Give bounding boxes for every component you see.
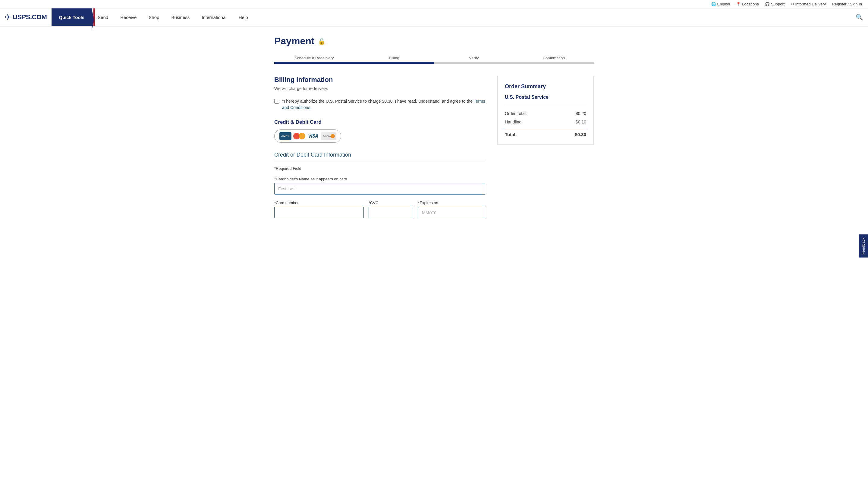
cvc-label: *CVC xyxy=(369,200,413,205)
expires-group: *Expires on xyxy=(418,200,485,218)
utility-bar: 🌐 English 📍 Locations 🎧 Support ✉ Inform… xyxy=(0,0,868,8)
support-link[interactable]: 🎧 Support xyxy=(765,2,785,6)
right-panel: Order Summary U.S. Postal Service Order … xyxy=(497,76,594,145)
total-value: $0.30 xyxy=(575,132,586,137)
informed-delivery-link[interactable]: ✉ Informed Delivery xyxy=(791,2,826,6)
card-number-group: *Card number xyxy=(274,200,364,218)
order-total-label: Order Total: xyxy=(505,111,527,116)
amex-logo: AMEX xyxy=(279,132,291,140)
mastercard-logo xyxy=(293,132,305,140)
discover-dot xyxy=(331,134,335,138)
order-summary-title: Order Summary xyxy=(505,83,586,90)
language-link[interactable]: 🌐 English xyxy=(711,2,730,6)
order-provider: U.S. Postal Service xyxy=(505,95,586,105)
nav-send[interactable]: Send xyxy=(92,8,114,26)
logo-area: ✈ USPS.COM xyxy=(0,8,51,26)
logo-text: USPS.COM xyxy=(13,13,47,21)
step-schedule-redelivery: Schedule a Redelivery xyxy=(274,56,354,64)
nav-international[interactable]: International xyxy=(195,8,233,26)
progress-steps: Schedule a Redelivery Billing Verify Con… xyxy=(274,56,594,64)
main-navigation: ✈ USPS.COM Quick Tools Send Receive Shop… xyxy=(0,8,868,26)
card-number-input[interactable] xyxy=(274,207,364,218)
search-button[interactable]: 🔍 xyxy=(851,8,868,26)
cvc-input[interactable] xyxy=(369,207,413,218)
cardholder-name-group: *Cardholder's Name as it appears on card xyxy=(274,177,485,195)
search-icon: 🔍 xyxy=(855,14,863,21)
red-accent-bar xyxy=(93,8,95,26)
location-icon: 📍 xyxy=(736,2,741,6)
informed-delivery-icon: ✉ xyxy=(791,2,794,6)
globe-icon: 🌐 xyxy=(711,2,716,6)
billing-info-title: Billing Information xyxy=(274,76,485,84)
expires-input[interactable] xyxy=(418,207,485,218)
step-billing: Billing xyxy=(354,56,434,64)
card-number-label: *Card number xyxy=(274,200,364,205)
authorize-checkbox[interactable] xyxy=(274,99,279,104)
visa-logo: VISA xyxy=(307,133,319,139)
step-verify: Verify xyxy=(434,56,514,64)
nav-business[interactable]: Business xyxy=(165,8,195,26)
nav-receive[interactable]: Receive xyxy=(114,8,143,26)
register-link[interactable]: Register / Sign In xyxy=(832,2,862,6)
left-panel: Billing Information We will charge for r… xyxy=(274,76,485,224)
card-logos: AMEX VISA DISCOVER xyxy=(274,129,341,143)
cardholder-name-input[interactable] xyxy=(274,183,485,195)
nav-links: Send Receive Shop Business International… xyxy=(92,8,851,26)
card-info-title: Credit or Debit Card Information xyxy=(274,152,485,162)
order-divider xyxy=(505,128,586,128)
card-details-row: *Card number *CVC *Expires on xyxy=(274,200,485,224)
eagle-icon: ✈ xyxy=(5,13,11,22)
discover-logo: DISCOVER xyxy=(321,132,336,140)
lock-icon: 🔒 xyxy=(318,38,326,45)
handling-value: $0.10 xyxy=(576,120,586,124)
page-title: Payment xyxy=(274,35,314,47)
handling-line: Handling: $0.10 xyxy=(505,120,586,124)
locations-link[interactable]: 📍 Locations xyxy=(736,2,759,6)
authorization-row: *I hereby authorize the U.S. Postal Serv… xyxy=(274,98,485,111)
support-icon: 🎧 xyxy=(765,2,770,6)
order-total-line: Order Total: $0.20 xyxy=(505,111,586,116)
order-total-value: $0.20 xyxy=(576,111,586,116)
order-summary: Order Summary U.S. Postal Service Order … xyxy=(497,76,594,145)
nav-shop[interactable]: Shop xyxy=(143,8,165,26)
cvc-group: *CVC xyxy=(369,200,413,218)
step-bar-billing xyxy=(354,62,434,64)
total-label: Total: xyxy=(505,132,517,137)
credit-debit-title: Credit & Debit Card xyxy=(274,119,485,125)
handling-label: Handling: xyxy=(505,120,523,124)
expires-label: *Expires on xyxy=(418,200,485,205)
authorize-label[interactable]: *I hereby authorize the U.S. Postal Serv… xyxy=(282,98,485,111)
cardholder-label: *Cardholder's Name as it appears on card xyxy=(274,177,485,181)
quick-tools-button[interactable]: Quick Tools xyxy=(51,8,92,26)
step-confirmation: Confirmation xyxy=(514,56,594,64)
main-layout: Billing Information We will charge for r… xyxy=(274,76,594,224)
step-bar-verify xyxy=(434,62,514,64)
step-bar-confirmation xyxy=(514,62,594,64)
mc-circle-right xyxy=(299,133,305,140)
required-field-label: *Required Field xyxy=(274,166,485,171)
total-line: Total: $0.30 xyxy=(505,132,586,137)
billing-subtitle: We will charge for redelivery. xyxy=(274,86,485,91)
step-bar-schedule xyxy=(274,62,354,64)
payment-title-area: Payment 🔒 xyxy=(274,35,594,47)
nav-help[interactable]: Help xyxy=(233,8,254,26)
page-content: Payment 🔒 Schedule a Redelivery Billing … xyxy=(268,26,600,233)
